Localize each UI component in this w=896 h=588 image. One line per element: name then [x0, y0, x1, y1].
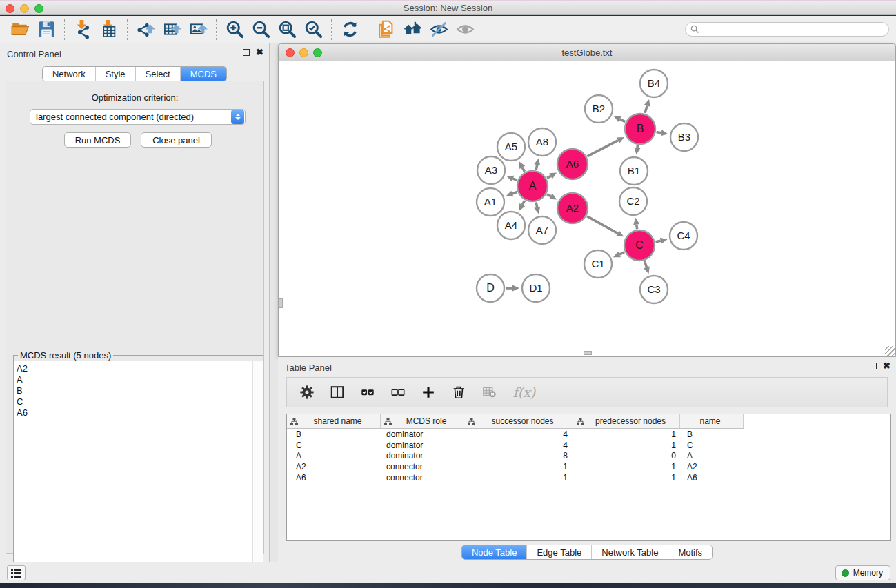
node-A1[interactable]: A1 [477, 188, 504, 216]
export-table-button[interactable] [159, 18, 185, 41]
node-A3[interactable]: A3 [477, 156, 505, 184]
column-header-name[interactable]: name [680, 414, 744, 429]
column-header-successor-nodes[interactable]: successor nodes [464, 414, 573, 429]
edge-C-C2[interactable] [637, 225, 637, 230]
zoom-fit-button[interactable] [274, 18, 300, 41]
cell-successor-nodes[interactable]: 4 [464, 440, 573, 450]
network-horizontal-scroll-thumb[interactable] [584, 351, 592, 355]
edge-C-C4[interactable] [655, 241, 660, 242]
first-neighbors-button[interactable] [399, 18, 426, 41]
cell-successor-nodes[interactable]: 1 [464, 473, 573, 483]
cell-name[interactable]: A2 [680, 462, 744, 472]
criterion-dropdown[interactable]: largest connected component (directed) [30, 109, 246, 125]
table-row[interactable]: A6connector11A6 [287, 472, 890, 483]
cell-predecessor-nodes[interactable]: 1 [573, 440, 680, 450]
cell-shared-name[interactable]: A [287, 451, 381, 460]
hide-selected-button[interactable] [426, 18, 452, 41]
cell-MCDS-role[interactable]: dominator [381, 440, 464, 450]
column-header-predecessor-nodes[interactable]: predecessor nodes [573, 414, 680, 429]
show-all-button[interactable] [452, 18, 478, 41]
new-network-from-selection-button[interactable] [373, 18, 399, 41]
close-panel-icon[interactable]: ✖ [256, 49, 263, 56]
create-column-button[interactable] [418, 382, 439, 403]
mcds-result-item[interactable]: A [17, 374, 252, 385]
save-session-button[interactable] [33, 18, 59, 41]
tab-select[interactable]: Select [136, 67, 181, 81]
cell-successor-nodes[interactable]: 8 [464, 451, 573, 460]
cell-name[interactable]: A6 [680, 473, 744, 483]
memory-button[interactable]: Memory [835, 565, 890, 580]
edge-A2-C[interactable] [587, 216, 618, 234]
network-window-titlebar[interactable]: testGlobe.txt [279, 44, 895, 61]
cell-name[interactable]: C [680, 440, 744, 450]
cell-shared-name[interactable]: A2 [287, 462, 381, 472]
cell-MCDS-role[interactable]: dominator [381, 451, 464, 460]
zoom-in-button[interactable] [221, 18, 248, 41]
edge-B-B1[interactable] [637, 145, 638, 148]
cell-MCDS-role[interactable]: dominator [381, 429, 464, 439]
table-row[interactable]: Bdominator41B [287, 429, 890, 440]
edge-A-A7[interactable] [536, 202, 537, 207]
node-C4[interactable]: C4 [670, 222, 697, 250]
edge-C-C3[interactable] [644, 261, 646, 267]
node-D1[interactable]: D1 [522, 274, 550, 302]
node-C2[interactable]: C2 [619, 187, 647, 215]
run-mcds-button[interactable]: Run MCDS [64, 132, 131, 148]
cell-name[interactable]: A [680, 451, 744, 460]
equation-builder-button[interactable]: f(x) [509, 382, 539, 403]
open-session-button[interactable] [7, 18, 33, 41]
table-mode-button[interactable] [297, 382, 317, 403]
node-B3[interactable]: B3 [670, 123, 698, 151]
cell-predecessor-nodes[interactable]: 0 [573, 451, 680, 460]
table-tab-motifs[interactable]: Motifs [668, 545, 712, 559]
node-C[interactable]: C [624, 230, 655, 261]
import-network-button[interactable] [70, 18, 96, 41]
edge-A-A3[interactable] [513, 179, 517, 180]
node-C1[interactable]: C1 [584, 250, 612, 278]
edge-A-A4[interactable] [522, 201, 524, 205]
search-input[interactable] [685, 22, 889, 37]
network-vertical-scroll-thumb[interactable] [279, 298, 283, 308]
cell-shared-name[interactable]: B [287, 429, 381, 439]
edge-A6-B[interactable] [587, 141, 618, 156]
select-all-button[interactable] [357, 382, 378, 403]
edge-A-A6[interactable] [547, 176, 550, 178]
import-table-button[interactable] [96, 18, 122, 41]
delete-table-button[interactable] [479, 382, 499, 403]
export-network-button[interactable] [132, 18, 159, 41]
node-A6[interactable]: A6 [557, 149, 588, 179]
mcds-result-list[interactable]: A2ABCA6 [14, 361, 252, 587]
cell-predecessor-nodes[interactable]: 1 [573, 462, 680, 472]
float-table-panel-icon[interactable] [870, 363, 877, 369]
close-panel-button[interactable]: Close panel [141, 132, 212, 148]
task-history-button[interactable] [7, 565, 26, 580]
edge-B-B3[interactable] [657, 132, 661, 132]
mcds-result-item[interactable]: A6 [17, 407, 252, 418]
cell-MCDS-role[interactable]: connector [381, 462, 464, 472]
cell-shared-name[interactable]: C [287, 440, 381, 450]
cell-name[interactable]: B [680, 429, 744, 439]
cell-successor-nodes[interactable]: 4 [464, 429, 573, 439]
mcds-result-item[interactable]: B [17, 385, 252, 396]
cell-predecessor-nodes[interactable]: 1 [573, 473, 680, 483]
node-B[interactable]: B [625, 114, 655, 144]
export-image-button[interactable] [185, 18, 211, 41]
show-columns-button[interactable] [327, 382, 348, 403]
node-B4[interactable]: B4 [640, 70, 668, 97]
table-row[interactable]: Adominator80A [287, 450, 890, 461]
delete-column-button[interactable] [448, 382, 469, 403]
node-A4[interactable]: A4 [497, 212, 525, 239]
apply-preferred-layout-button[interactable] [337, 18, 363, 41]
zoom-out-button[interactable] [248, 18, 274, 41]
tab-mcds[interactable]: MCDS [181, 67, 226, 81]
cell-successor-nodes[interactable]: 1 [464, 462, 573, 472]
column-header-shared-name[interactable]: shared name [287, 414, 381, 429]
cell-predecessor-nodes[interactable]: 1 [573, 429, 680, 439]
float-panel-icon[interactable] [243, 49, 250, 56]
cell-shared-name[interactable]: A6 [287, 473, 381, 483]
edge-A-A1[interactable] [512, 192, 517, 194]
node-A2[interactable]: A2 [557, 193, 588, 223]
edge-B-B4[interactable] [645, 106, 647, 113]
table-tab-edge-table[interactable]: Edge Table [527, 545, 592, 559]
node-C3[interactable]: C3 [640, 276, 668, 303]
